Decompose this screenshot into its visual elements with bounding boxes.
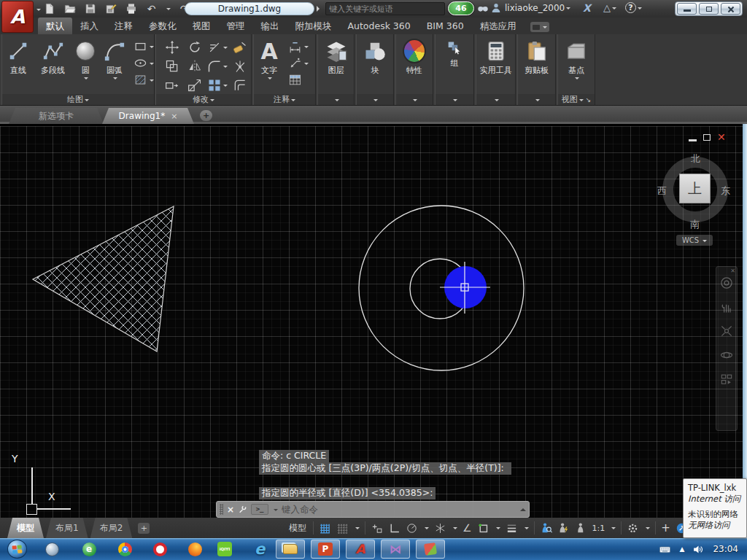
annotation-scale-value[interactable]: 1:1 — [592, 524, 605, 533]
annotation-autoscale-icon[interactable] — [557, 522, 570, 534]
text-button[interactable]: A 文字 — [254, 37, 285, 80]
taskbar-opera-icon[interactable] — [152, 541, 168, 557]
trim-button[interactable] — [207, 40, 228, 55]
wcs-dropdown[interactable]: WCS — [676, 235, 713, 246]
group-panel-footer[interactable] — [436, 94, 473, 105]
ortho-toggle-icon[interactable] — [388, 522, 400, 534]
search-input[interactable] — [329, 4, 441, 14]
mirror-button[interactable] — [187, 59, 202, 74]
table-button[interactable] — [287, 73, 309, 87]
model-space-label[interactable]: 模型 — [289, 522, 306, 534]
array-button[interactable] — [207, 78, 228, 93]
snap-toggle-icon[interactable] — [336, 522, 349, 534]
layout1-tab[interactable]: 布局1 — [46, 518, 88, 538]
ribbon-tab-default[interactable]: 默认 — [38, 18, 72, 34]
help-search-box[interactable] — [325, 2, 445, 15]
taskbar-ie-icon[interactable]: e — [252, 541, 268, 557]
taskbar-app-button[interactable] — [416, 540, 445, 559]
notification-badge[interactable]: 46 — [448, 1, 474, 15]
stretch-button[interactable] — [165, 78, 179, 93]
zoom-extents-icon[interactable] — [719, 324, 734, 338]
viewport-close-icon[interactable]: ✕ — [717, 132, 726, 142]
polar-tracking-icon[interactable] — [406, 522, 418, 534]
start-button[interactable] — [7, 540, 27, 559]
hatched-triangle[interactable] — [33, 206, 174, 351]
viewcube-west[interactable]: 西 — [657, 184, 667, 198]
properties-panel-footer[interactable] — [396, 94, 433, 105]
taskbar-safari-icon[interactable] — [44, 541, 60, 557]
utilities-panel-footer[interactable] — [476, 94, 515, 105]
block-panel-footer[interactable] — [357, 94, 393, 105]
save-as-button[interactable] — [104, 2, 117, 15]
polyline-button[interactable]: 多段线 — [34, 37, 72, 76]
ribbon-tab-annotate[interactable]: 注释 — [107, 18, 141, 34]
basepoint-caret-icon[interactable] — [575, 77, 579, 82]
properties-button[interactable]: 特性 — [398, 37, 430, 76]
autodesk360-icon[interactable]: △ — [603, 2, 616, 13]
arc-button[interactable]: 圆弧 — [99, 37, 130, 80]
taskbar-powerpoint-button[interactable]: P — [311, 540, 340, 559]
text-caret-icon[interactable] — [268, 77, 272, 82]
app-logo[interactable]: A — [1, 1, 34, 33]
leader-button[interactable] — [287, 56, 309, 70]
taskbar-explorer-button[interactable] — [276, 540, 305, 559]
viewcube-east[interactable]: 东 — [721, 184, 730, 198]
fillet-button[interactable] — [207, 59, 228, 74]
modify-panel-footer[interactable]: 修改 — [156, 94, 251, 105]
rectangle-button[interactable] — [133, 39, 154, 53]
command-history-expand-icon[interactable] — [520, 505, 526, 511]
ribbon-tab-view[interactable]: 视图 — [185, 18, 219, 34]
recent-commands-caret-icon[interactable] — [274, 509, 278, 513]
annotation-scale-icon[interactable] — [575, 522, 587, 534]
object-snap-icon[interactable] — [477, 522, 489, 534]
help-button[interactable]: ? — [625, 2, 642, 13]
navwheel-icon[interactable] — [719, 276, 734, 290]
clipboard-panel-footer[interactable] — [518, 94, 555, 105]
erase-button[interactable] — [233, 40, 247, 55]
pan-icon[interactable] — [719, 300, 734, 314]
ribbon-display-toggle[interactable] — [530, 22, 549, 32]
basepoint-button[interactable]: 基点 — [560, 37, 592, 80]
taskbar-360browser-icon[interactable]: e — [81, 541, 97, 557]
orbit-icon[interactable] — [719, 348, 734, 362]
command-prompt-icon[interactable]: >_ — [251, 504, 268, 515]
block-button[interactable]: 块 — [359, 37, 391, 76]
close-button[interactable] — [721, 3, 740, 15]
viewport-minimize-icon[interactable] — [689, 139, 697, 141]
ribbon-tab-featured-apps[interactable]: 精选应用 — [472, 18, 525, 34]
layers-button[interactable]: 图层 — [320, 37, 352, 76]
scale-caret-icon[interactable] — [611, 527, 616, 532]
search-binoculars-icon[interactable] — [477, 2, 489, 14]
commandline-customize-icon[interactable] — [238, 505, 247, 514]
circle-button[interactable]: 圆 — [71, 37, 99, 80]
scale-button[interactable] — [187, 78, 202, 93]
signin-user[interactable]: lixiaoke_2000 — [490, 2, 570, 14]
file-tab-new[interactable]: 新选项卡 — [9, 108, 104, 124]
taskbar-autocad-button[interactable]: A — [346, 540, 375, 559]
isodraft-caret-icon[interactable] — [453, 527, 457, 532]
model-tab[interactable]: 模型 — [7, 518, 44, 538]
input-method-keyboard-icon[interactable] — [659, 543, 671, 556]
utilities-button[interactable]: 实用工具 — [477, 37, 515, 76]
snap-caret-icon[interactable] — [355, 527, 360, 532]
open-file-button[interactable] — [63, 2, 77, 15]
new-drawing-button[interactable]: + — [200, 110, 212, 121]
tray-expand-icon[interactable]: ▲ — [679, 545, 684, 553]
plot-button[interactable] — [124, 2, 138, 15]
ribbon-tab-bim360[interactable]: BIM 360 — [419, 18, 472, 34]
save-button[interactable] — [83, 2, 97, 15]
ribbon-tab-insert[interactable]: 插入 — [72, 18, 107, 34]
object-snap-tracking-icon[interactable]: ∠ — [462, 523, 472, 533]
ribbon-tab-output[interactable]: 输出 — [253, 18, 287, 34]
isodraft-icon[interactable] — [434, 522, 446, 534]
app-menu-caret-icon[interactable] — [36, 9, 41, 13]
undo-button[interactable]: ↶ — [144, 2, 158, 15]
polar-caret-icon[interactable] — [425, 527, 429, 532]
drawing-canvas[interactable]: ✕ 上 北 西 东 南 WCS ✕ Y X 命令: c CIRCLE 指定圆的圆… — [0, 126, 747, 518]
line-button[interactable]: 直线 — [2, 37, 34, 76]
infer-constraints-icon[interactable] — [371, 522, 383, 534]
outer-circle-entity[interactable] — [359, 206, 524, 370]
commandline-close-icon[interactable]: × — [227, 505, 234, 515]
taskbar-firefox-icon[interactable] — [187, 541, 203, 557]
taskbar-vs-button[interactable]: ⋈ — [381, 540, 410, 559]
